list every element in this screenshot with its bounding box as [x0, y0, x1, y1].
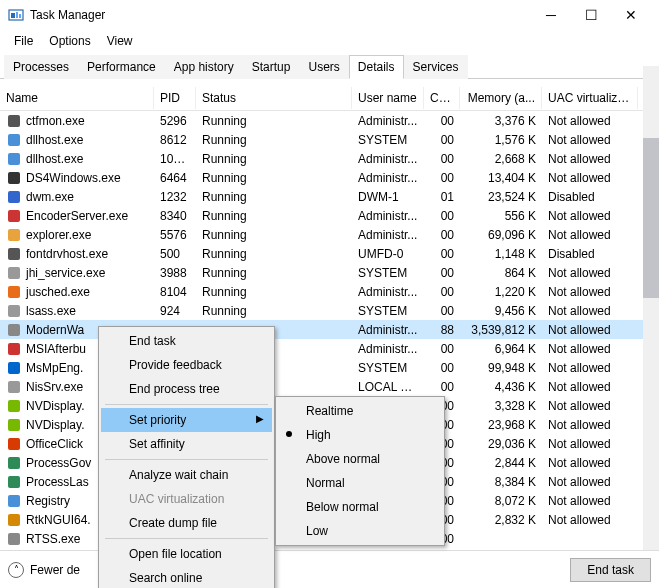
process-name: NVDisplay. — [26, 399, 84, 413]
svg-rect-12 — [8, 267, 20, 279]
col-user[interactable]: User name — [352, 87, 424, 109]
table-row[interactable]: dwm.exe1232RunningDWM-10123,524 KDisable… — [0, 187, 659, 206]
svg-rect-15 — [8, 324, 20, 336]
fewer-details-label[interactable]: Fewer de — [30, 563, 80, 577]
process-uac: Not allowed — [542, 474, 638, 490]
col-pid[interactable]: PID — [154, 87, 196, 109]
table-row[interactable]: explorer.exe5576RunningAdministr...0069,… — [0, 225, 659, 244]
menu-file[interactable]: File — [6, 32, 41, 50]
process-user: Administr... — [352, 322, 424, 338]
tab-performance[interactable]: Performance — [78, 55, 165, 79]
col-mem[interactable]: Memory (a... — [460, 87, 542, 109]
col-name[interactable]: Name — [0, 87, 154, 109]
context-analyze-wait-chain[interactable]: Analyze wait chain — [101, 463, 272, 487]
process-uac: Not allowed — [542, 132, 638, 148]
process-cpu: 00 — [424, 284, 460, 300]
priority-label: Above normal — [306, 452, 380, 466]
process-icon — [6, 436, 22, 452]
tab-processes[interactable]: Processes — [4, 55, 78, 79]
app-icon — [8, 7, 24, 23]
process-icon — [6, 113, 22, 129]
svg-rect-24 — [8, 495, 20, 507]
tab-startup[interactable]: Startup — [243, 55, 300, 79]
process-mem: 13,404 K — [460, 170, 542, 186]
svg-rect-7 — [8, 172, 20, 184]
scrollbar-thumb[interactable] — [643, 138, 659, 298]
col-cpu[interactable]: CPU — [424, 87, 460, 109]
context-separator — [105, 404, 268, 405]
svg-rect-5 — [8, 134, 20, 146]
process-pid: 5296 — [154, 113, 196, 129]
table-row[interactable]: EncoderServer.exe8340RunningAdministr...… — [0, 206, 659, 225]
process-icon — [6, 455, 22, 471]
priority-high[interactable]: High — [278, 423, 442, 447]
svg-rect-16 — [8, 343, 20, 355]
table-row[interactable]: ctfmon.exe5296RunningAdministr...003,376… — [0, 111, 659, 130]
menu-options[interactable]: Options — [41, 32, 98, 50]
svg-rect-10 — [8, 229, 20, 241]
process-mem: 1,220 K — [460, 284, 542, 300]
process-status: Running — [196, 208, 352, 224]
context-provide-feedback[interactable]: Provide feedback — [101, 353, 272, 377]
maximize-button[interactable]: ☐ — [571, 0, 611, 30]
fewer-details-icon[interactable]: ˄ — [8, 562, 24, 578]
tab-services[interactable]: Services — [404, 55, 468, 79]
context-set-priority[interactable]: Set priority▶ — [101, 408, 272, 432]
process-name: dllhost.exe — [26, 152, 83, 166]
process-cpu: 00 — [424, 132, 460, 148]
process-cpu: 00 — [424, 341, 460, 357]
process-icon — [6, 360, 22, 376]
priority-label: High — [306, 428, 331, 442]
priority-realtime[interactable]: Realtime — [278, 399, 442, 423]
process-mem: 8,072 K — [460, 493, 542, 509]
process-pid: 5576 — [154, 227, 196, 243]
context-separator — [105, 538, 268, 539]
process-mem: 9,456 K — [460, 303, 542, 319]
process-cpu: 00 — [424, 227, 460, 243]
table-row[interactable]: fontdrvhost.exe500RunningUMFD-0001,148 K… — [0, 244, 659, 263]
tab-users[interactable]: Users — [299, 55, 348, 79]
context-end-task[interactable]: End task — [101, 329, 272, 353]
table-row[interactable]: dllhost.exe10576RunningAdministr...002,6… — [0, 149, 659, 168]
table-row[interactable]: jhi_service.exe3988RunningSYSTEM00864 KN… — [0, 263, 659, 282]
table-row[interactable]: dllhost.exe8612RunningSYSTEM001,576 KNot… — [0, 130, 659, 149]
tab-details[interactable]: Details — [349, 55, 404, 79]
context-end-process-tree[interactable]: End process tree — [101, 377, 272, 401]
process-uac: Not allowed — [542, 493, 638, 509]
process-cpu: 00 — [424, 151, 460, 167]
process-mem: 6,964 K — [460, 341, 542, 357]
col-status[interactable]: Status — [196, 87, 352, 109]
scrollbar-track[interactable] — [643, 66, 659, 550]
svg-rect-18 — [8, 381, 20, 393]
tab-app-history[interactable]: App history — [165, 55, 243, 79]
close-button[interactable]: ✕ — [611, 0, 651, 30]
process-cpu: 00 — [424, 208, 460, 224]
priority-label: Normal — [306, 476, 345, 490]
priority-above-normal[interactable]: Above normal — [278, 447, 442, 471]
end-task-button[interactable]: End task — [570, 558, 651, 582]
minimize-button[interactable]: ─ — [531, 0, 571, 30]
priority-low[interactable]: Low — [278, 519, 442, 543]
svg-rect-9 — [8, 210, 20, 222]
context-set-affinity[interactable]: Set affinity — [101, 432, 272, 456]
priority-below-normal[interactable]: Below normal — [278, 495, 442, 519]
process-uac: Not allowed — [542, 398, 638, 414]
col-uac[interactable]: UAC virtualizat... — [542, 87, 638, 109]
priority-normal[interactable]: Normal — [278, 471, 442, 495]
context-search-online[interactable]: Search online — [101, 566, 272, 588]
process-pid: 924 — [154, 303, 196, 319]
svg-rect-23 — [8, 476, 20, 488]
context-create-dump-file[interactable]: Create dump file — [101, 511, 272, 535]
process-cpu: 00 — [424, 170, 460, 186]
menu-view[interactable]: View — [99, 32, 141, 50]
process-name: Registry — [26, 494, 70, 508]
svg-rect-14 — [8, 305, 20, 317]
process-cpu: 00 — [424, 265, 460, 281]
table-row[interactable]: DS4Windows.exe6464RunningAdministr...001… — [0, 168, 659, 187]
titlebar: Task Manager ─ ☐ ✕ — [0, 0, 659, 30]
process-name: dllhost.exe — [26, 133, 83, 147]
context-open-file-location[interactable]: Open file location — [101, 542, 272, 566]
table-row[interactable]: lsass.exe924RunningSYSTEM009,456 KNot al… — [0, 301, 659, 320]
table-row[interactable]: jusched.exe8104RunningAdministr...001,22… — [0, 282, 659, 301]
process-user: UMFD-0 — [352, 246, 424, 262]
